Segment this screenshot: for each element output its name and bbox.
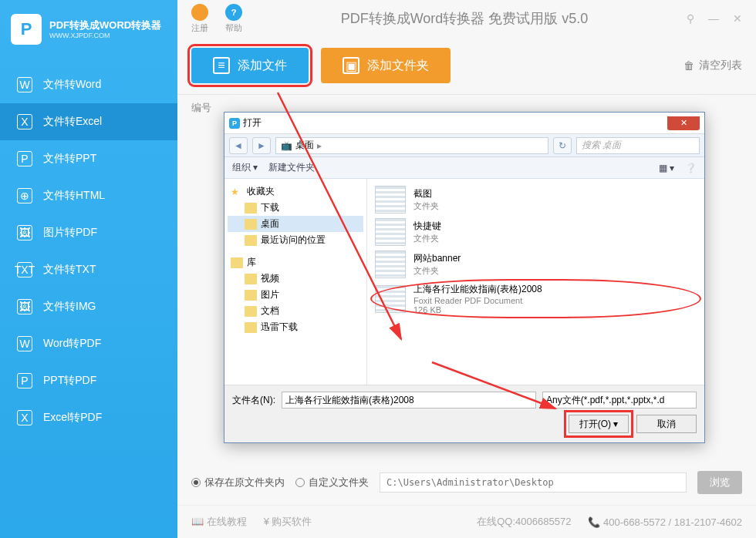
sidebar-item-8[interactable]: PPPT转PDF xyxy=(0,362,177,399)
add-file-button[interactable]: ≡ 添加文件 xyxy=(191,48,309,83)
sidebar-item-6[interactable]: 🖼文件转IMG xyxy=(0,288,177,325)
tutorial-link[interactable]: 📖 在线教程 xyxy=(191,515,247,529)
folder-thumb-icon xyxy=(375,218,406,246)
dialog-nav: ◄ ► 📺 桌面 ▸ ↻ 搜索 桌面 xyxy=(224,134,704,157)
menu-label: 文件转IMG xyxy=(43,300,96,314)
pdf-thumb-icon xyxy=(375,285,406,313)
folder-item[interactable]: 网站banner文件夹 xyxy=(373,248,698,281)
sidebar-item-2[interactable]: P文件转PPT xyxy=(0,140,177,177)
folder-item[interactable]: 截图文件夹 xyxy=(373,183,698,216)
folder-icon: ▣ xyxy=(343,57,359,74)
sidebar-item-5[interactable]: TXT文件转TXT xyxy=(0,251,177,288)
file-icon: ≡ xyxy=(213,57,230,74)
nav-fwd-button[interactable]: ► xyxy=(252,137,271,154)
dialog-close-button[interactable]: ✕ xyxy=(667,116,700,130)
browse-button[interactable]: 浏览 xyxy=(697,471,742,494)
menu-icon: W xyxy=(17,77,32,92)
sidebar-item-0[interactable]: W文件转Word xyxy=(0,66,177,103)
tree-library[interactable]: 库 xyxy=(228,254,363,271)
tree-fav-item[interactable]: 下载 xyxy=(228,200,363,216)
open-file-dialog: P 打开 ✕ ◄ ► 📺 桌面 ▸ ↻ 搜索 桌面 组织 ▾ 新建文件夹 ▦ ▾… xyxy=(224,112,705,443)
sidebar: P PDF转换成WORD转换器 WWW.XJPDF.COM W文件转WordX文… xyxy=(0,0,177,538)
tree-lib-item[interactable]: 文档 xyxy=(228,303,363,319)
register-button[interactable]: 注册 xyxy=(191,4,208,34)
close-icon[interactable]: ✕ xyxy=(733,12,742,25)
brand-name: PDF转换成WORD转换器 xyxy=(49,19,161,32)
tree-fav-item[interactable]: 桌面 xyxy=(228,216,363,232)
filename-input[interactable] xyxy=(282,392,536,409)
tree-lib-item[interactable]: 视频 xyxy=(228,271,363,287)
buy-link[interactable]: ¥ 购买软件 xyxy=(264,515,312,529)
menu-label: 文件转Excel xyxy=(43,115,102,129)
folder-thumb-icon xyxy=(375,186,406,214)
footer: 📖 在线教程 ¥ 购买软件 在线QQ:4006685572 📞 400-668-… xyxy=(177,505,756,538)
menu-icon: X xyxy=(17,114,32,129)
help-icon[interactable]: ❔ xyxy=(685,163,697,173)
clear-list-button[interactable]: 🗑 清空列表 xyxy=(683,59,742,72)
dialog-title: 打开 xyxy=(243,116,262,129)
col-index: 编号 xyxy=(191,102,211,113)
tree-lib-item[interactable]: 迅雷下载 xyxy=(228,319,363,335)
menu-label: 文件转PPT xyxy=(43,152,96,166)
dialog-footer: 文件名(N): 打开(O) ▾ 取消 xyxy=(224,385,704,442)
menu-icon: ⊕ xyxy=(17,188,32,203)
sidebar-item-3[interactable]: ⊕文件转HTML xyxy=(0,177,177,214)
view-menu[interactable]: ▦ ▾ xyxy=(659,163,674,173)
phone-contact: 📞 400-668-5572 / 181-2107-4602 xyxy=(588,516,742,528)
dialog-toolbar: 组织 ▾ 新建文件夹 ▦ ▾ ❔ xyxy=(224,157,704,179)
menu-icon: P xyxy=(17,373,32,388)
user-icon xyxy=(191,4,208,21)
file-name: 上海各行业能效指南(表格)2008 xyxy=(413,283,542,296)
open-button[interactable]: 打开(O) ▾ xyxy=(569,415,629,433)
menu-icon: 🖼 xyxy=(17,299,32,314)
file-type: Foxit Reader PDF Document xyxy=(413,296,542,305)
minimize-icon[interactable]: — xyxy=(708,12,719,25)
filename-label: 文件名(N): xyxy=(232,394,275,407)
toolbar: ≡ 添加文件 ▣ 添加文件夹 🗑 清空列表 xyxy=(177,37,756,94)
sidebar-menu: W文件转WordX文件转ExcelP文件转PPT⊕文件转HTML🖼图片转PDFT… xyxy=(0,66,177,436)
help-button[interactable]: ? 帮助 xyxy=(225,4,242,34)
sidebar-item-1[interactable]: X文件转Excel xyxy=(0,103,177,140)
tree-favorites[interactable]: ★收藏夹 xyxy=(228,183,363,200)
dialog-titlebar[interactable]: P 打开 ✕ xyxy=(224,113,704,134)
nav-path[interactable]: 📺 桌面 ▸ xyxy=(275,137,548,154)
menu-label: PPT转PDF xyxy=(43,374,96,388)
radio-keep-original[interactable]: 保存在原文件夹内 xyxy=(191,476,285,489)
menu-icon: X xyxy=(17,410,32,425)
menu-icon: 🖼 xyxy=(17,225,32,240)
output-path-input[interactable]: C:\Users\Administrator\Desktop xyxy=(380,472,687,493)
file-item-selected[interactable]: 上海各行业能效指南(表格)2008 Foxit Reader PDF Docum… xyxy=(373,281,698,317)
tree-fav-item[interactable]: 最近访问的位置 xyxy=(228,232,363,248)
menu-label: 图片转PDF xyxy=(43,226,97,240)
dialog-file-list: 截图文件夹快捷键文件夹网站banner文件夹 上海各行业能效指南(表格)2008… xyxy=(367,179,704,385)
output-options: 保存在原文件夹内 自定义文件夹 C:\Users\Administrator\D… xyxy=(177,460,756,505)
add-file-label: 添加文件 xyxy=(238,58,287,74)
add-folder-button[interactable]: ▣ 添加文件夹 xyxy=(321,48,451,83)
brand-url: WWW.XJPDF.COM xyxy=(49,32,161,39)
file-size: 126 KB xyxy=(413,305,542,314)
filetype-select[interactable] xyxy=(542,392,697,409)
cancel-button[interactable]: 取消 xyxy=(636,415,697,433)
new-folder-button[interactable]: 新建文件夹 xyxy=(268,161,315,174)
radio-custom-folder[interactable]: 自定义文件夹 xyxy=(295,476,369,489)
brand: P PDF转换成WORD转换器 WWW.XJPDF.COM xyxy=(0,0,177,59)
nav-search-input[interactable]: 搜索 桌面 xyxy=(576,137,700,154)
pin-icon[interactable]: ⚲ xyxy=(687,12,694,25)
add-folder-label: 添加文件夹 xyxy=(367,58,429,74)
nav-back-button[interactable]: ◄ xyxy=(229,137,248,154)
sidebar-item-7[interactable]: WWord转PDF xyxy=(0,325,177,362)
qq-contact: 在线QQ:4006685572 xyxy=(477,515,571,529)
tree-lib-item[interactable]: 图片 xyxy=(228,287,363,303)
menu-label: Word转PDF xyxy=(43,337,101,351)
folder-item[interactable]: 快捷键文件夹 xyxy=(373,216,698,248)
menu-label: Excel转PDF xyxy=(43,411,102,425)
organize-menu[interactable]: 组织 ▾ xyxy=(232,161,258,174)
sidebar-item-9[interactable]: XExcel转PDF xyxy=(0,399,177,436)
menu-icon: TXT xyxy=(17,262,32,277)
nav-refresh-button[interactable]: ↻ xyxy=(553,137,572,154)
help-label: 帮助 xyxy=(225,22,242,34)
menu-icon: P xyxy=(17,151,32,166)
topbar: 注册 ? 帮助 PDF转换成Word转换器 免费试用版 v5.0 ⚲ — ✕ xyxy=(177,0,756,37)
menu-label: 文件转TXT xyxy=(43,263,96,277)
sidebar-item-4[interactable]: 🖼图片转PDF xyxy=(0,214,177,251)
